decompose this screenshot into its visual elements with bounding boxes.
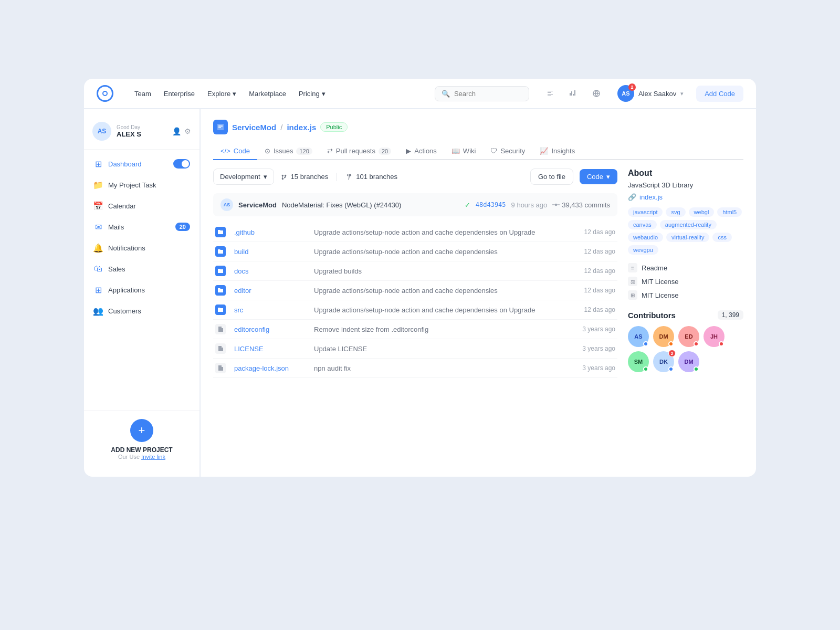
file-row[interactable]: srcUpgrade actions/setup-node action and… [213, 300, 617, 320]
file-row[interactable]: .githubUpgrade actions/setup-node action… [213, 223, 617, 242]
sidebar-item-mails[interactable]: ✉ Mails 20 [88, 217, 195, 237]
user-menu[interactable]: AS 2 Alex Saakov ▾ [617, 85, 684, 102]
settings-icon[interactable]: ⚙ [184, 127, 191, 135]
add-code-button[interactable]: Add Code [696, 86, 743, 102]
file-name[interactable]: editorconfig [234, 326, 308, 333]
repo-name-link[interactable]: ServiceMod [232, 123, 276, 132]
file-name[interactable]: package-lock.json [234, 364, 308, 372]
tag-item[interactable]: virtual-reality [666, 233, 709, 242]
contributor-avatar[interactable]: AS [628, 326, 649, 347]
file-message: Update LICENSE [314, 345, 556, 353]
file-name[interactable]: .github [234, 228, 308, 236]
contributor-avatar[interactable]: DK2 [653, 351, 674, 372]
dashboard-toggle[interactable] [173, 159, 190, 169]
about-section: About JavaScript 3D Library 🔗 index.js j… [628, 169, 743, 300]
readme-meta[interactable]: ≡ Readme [628, 263, 743, 272]
license-meta-1[interactable]: ⚖ MIT License [628, 277, 743, 286]
tab-issues[interactable]: ⊙ Issues 120 [257, 143, 320, 160]
file-message: npn audit fix [314, 364, 556, 372]
sidebar-item-sales[interactable]: 🛍 Sales [88, 259, 195, 279]
tag-item[interactable]: canvas [628, 220, 657, 229]
contributors-title: Contributors [628, 311, 676, 320]
sidebar-username: ALEX S [117, 130, 141, 138]
folder-icon [215, 304, 226, 315]
commit-bar: AS ServiceMod NodeMaterial: Fixes (WebGL… [213, 193, 617, 216]
repo-header: ServiceMod / index.js Public [213, 120, 743, 134]
file-row[interactable]: package-lock.jsonnpn audit fix3 years ag… [213, 359, 617, 378]
contributor-avatar[interactable]: DM [653, 326, 674, 347]
sidebar-item-label: Sales [108, 265, 190, 273]
chevron-down-icon: ▾ [264, 173, 267, 181]
nav-enterprise[interactable]: Enterprise [160, 87, 199, 101]
file-row[interactable]: editorconfigRemove indent size from .edi… [213, 320, 617, 339]
file-name[interactable]: src [234, 306, 308, 314]
file-icon [215, 363, 226, 373]
tab-insights[interactable]: 📈 Insights [532, 143, 582, 160]
branch-selector[interactable]: Development ▾ [213, 169, 274, 185]
sidebar-item-customers[interactable]: 👥 Customers [88, 301, 195, 321]
code-button[interactable]: Code ▾ [580, 169, 617, 184]
sidebar-item-my-project-task[interactable]: 📁 My Project Task [88, 175, 195, 195]
tag-item[interactable]: webaudio [628, 233, 663, 242]
about-title: About [628, 169, 743, 178]
contributor-avatar[interactable]: JH [704, 326, 724, 347]
app-logo[interactable] [97, 85, 113, 102]
file-row[interactable]: buildUpgrade actions/setup-node action a… [213, 242, 617, 261]
user-profile-icon[interactable]: 👤 [172, 127, 181, 135]
sidebar-item-dashboard[interactable]: ⊞ Dashboard [88, 154, 195, 174]
tag-item[interactable]: svg [666, 207, 685, 217]
file-name[interactable]: editor [234, 287, 308, 295]
contributor-avatar[interactable]: ED [678, 326, 699, 347]
tag-item[interactable]: html5 [717, 207, 742, 217]
file-name[interactable]: LICENSE [234, 345, 308, 353]
add-new-project-button[interactable]: + [130, 419, 153, 442]
commit-message: NodeMaterial: Fixes (WebGL) (#24430) [282, 201, 459, 209]
globe-icon[interactable] [588, 85, 605, 102]
branch-count-101[interactable]: 101 branches [345, 173, 397, 181]
file-row[interactable]: LICENSEUpdate LICENSE3 years ago [213, 339, 617, 359]
tab-pull-requests[interactable]: ⇄ Pull requests 20 [320, 143, 398, 160]
mail-icon: ✉ [93, 222, 103, 232]
status-dot [668, 341, 674, 346]
file-name[interactable]: docs [234, 267, 308, 275]
nav-explore[interactable]: Explore ▾ [203, 87, 240, 101]
invite-link[interactable]: Invite link [141, 454, 165, 460]
sidebar-item-notifications[interactable]: 🔔 Notifications [88, 238, 195, 258]
file-row[interactable]: editorUpgrade actions/setup-node action … [213, 281, 617, 300]
security-icon: 🛡 [490, 147, 497, 155]
goto-file-button[interactable]: Go to file [530, 169, 573, 185]
license-meta-2[interactable]: ⊞ MIT License [628, 290, 743, 300]
tag-item[interactable]: webgl [689, 207, 715, 217]
search-bar[interactable]: 🔍 [435, 86, 529, 101]
analytics-icon[interactable] [565, 85, 582, 102]
sidebar-item-applications[interactable]: ⊞ Applications [88, 280, 195, 300]
nav-pricing[interactable]: Pricing ▾ [295, 87, 330, 101]
nav-team[interactable]: Team [130, 87, 155, 101]
sidebar-item-label: My Project Task [108, 181, 190, 189]
chevron-down-icon: ▾ [233, 90, 236, 98]
status-dot [719, 341, 724, 346]
repo-file-link[interactable]: index.js [287, 123, 316, 132]
tab-wiki[interactable]: 📖 Wiki [444, 143, 484, 160]
tag-item[interactable]: augmented-reality [660, 220, 717, 229]
sidebar-item-calendar[interactable]: 📅 Calendar [88, 196, 195, 216]
commit-author-avatar: AS [220, 198, 233, 211]
tag-item[interactable]: javascript [628, 207, 663, 217]
commit-hash[interactable]: 48d43945 [476, 201, 506, 208]
sidebar-user-actions: 👤 ⚙ [172, 127, 191, 135]
file-row[interactable]: docsUpgrated builds12 das ago [213, 261, 617, 281]
contributor-avatar[interactable]: SM [628, 351, 649, 372]
search-input[interactable] [454, 90, 522, 98]
tab-actions[interactable]: ▶ Actions [398, 143, 444, 160]
branch-count-15[interactable]: 15 branches [280, 173, 329, 181]
nav-marketplace[interactable]: Marketplace [245, 87, 290, 101]
tag-item[interactable]: wevgpu [628, 245, 658, 255]
tab-security[interactable]: 🛡 Security [483, 143, 532, 160]
file-name[interactable]: build [234, 248, 308, 256]
about-link[interactable]: 🔗 index.js [628, 193, 743, 201]
gist-icon[interactable] [542, 85, 559, 102]
contributor-avatar[interactable]: DM [678, 351, 699, 372]
tab-code[interactable]: </> Code [213, 143, 257, 160]
tag-item[interactable]: css [712, 233, 732, 242]
pull-request-icon: ⇄ [327, 147, 333, 155]
